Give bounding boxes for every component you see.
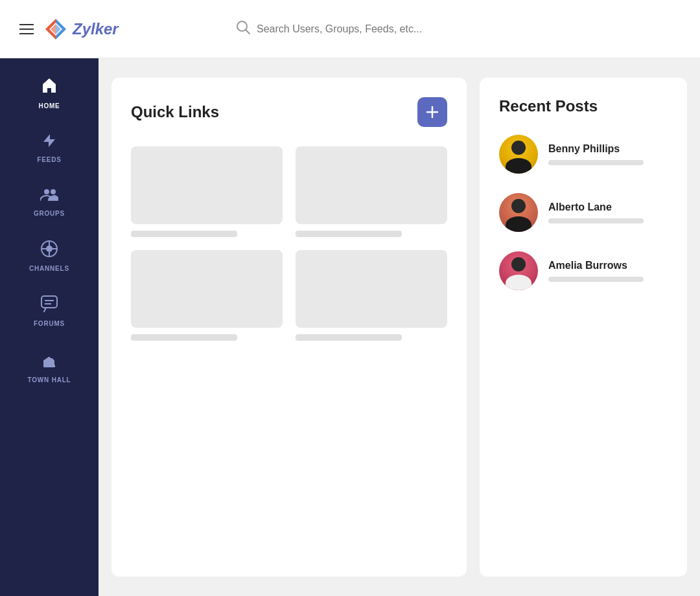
main-content: Quick Links	[99, 58, 700, 596]
sidebar-item-forums[interactable]: FORUMS	[0, 284, 99, 339]
svg-point-10	[51, 189, 56, 194]
avatar-amelia	[499, 251, 538, 290]
svg-line-7	[246, 30, 250, 34]
quick-links-grid	[131, 146, 447, 341]
recent-posts-panel: Recent Posts Benny Phillips	[480, 78, 687, 577]
quick-link-card[interactable]	[131, 146, 283, 237]
post-item-benny[interactable]: Benny Phillips	[499, 135, 668, 174]
post-preview-line	[548, 218, 644, 224]
card-text-line	[296, 334, 402, 341]
groups-icon	[40, 187, 58, 206]
card-text-line	[296, 231, 402, 237]
svg-marker-8	[43, 134, 55, 147]
card-image-placeholder	[296, 146, 447, 224]
home-icon	[40, 76, 58, 98]
avatar-benny	[499, 135, 538, 174]
avatar-alberto	[499, 193, 538, 232]
post-name-alberto: Alberto Lane	[548, 201, 668, 213]
post-preview-line	[548, 277, 644, 282]
sidebar-item-feeds-label: FEEDS	[37, 156, 61, 163]
sidebar-item-channels[interactable]: CHANNELS	[0, 229, 99, 284]
add-quick-link-button[interactable]	[417, 97, 447, 127]
post-info-amelia: Amelia Burrows	[548, 260, 668, 282]
svg-point-12	[46, 246, 52, 252]
post-item-alberto[interactable]: Alberto Lane	[499, 193, 668, 232]
sidebar-item-groups[interactable]: GROUPS	[0, 175, 99, 229]
search-area[interactable]	[236, 20, 464, 38]
sidebar-item-home-label: HOME	[38, 102, 60, 109]
sidebar-item-channels-label: CHANNELS	[29, 265, 69, 272]
sidebar-item-townhall[interactable]: TOWN HALL	[0, 339, 99, 395]
card-image-placeholder	[296, 250, 447, 328]
recent-posts-title: Recent Posts	[499, 97, 668, 115]
card-text-line	[131, 231, 237, 237]
layout: HOME FEEDS GROUPS	[0, 58, 700, 596]
post-info-benny: Benny Phillips	[548, 143, 668, 165]
quick-links-header: Quick Links	[131, 97, 447, 127]
townhall-icon	[41, 350, 58, 372]
post-name-amelia: Amelia Burrows	[548, 260, 668, 271]
post-info-alberto: Alberto Lane	[548, 201, 668, 224]
channels-icon	[41, 240, 58, 261]
search-input[interactable]	[257, 23, 464, 35]
post-item-amelia[interactable]: Amelia Burrows	[499, 251, 668, 290]
plus-icon	[426, 106, 439, 119]
quick-link-card[interactable]	[296, 146, 447, 237]
card-image-placeholder	[131, 250, 283, 328]
sidebar-item-townhall-label: TOWN HALL	[27, 376, 71, 384]
quick-link-card[interactable]	[131, 250, 283, 341]
header-left: Zylker	[19, 17, 119, 41]
sidebar: HOME FEEDS GROUPS	[0, 58, 99, 596]
svg-rect-24	[43, 365, 55, 367]
sidebar-item-feeds[interactable]: FEEDS	[0, 121, 99, 175]
card-image-placeholder	[131, 146, 283, 224]
search-icon	[236, 20, 250, 38]
post-name-benny: Benny Phillips	[548, 143, 668, 155]
hamburger-menu[interactable]	[19, 24, 34, 34]
card-text-line	[131, 334, 237, 341]
feeds-icon	[41, 133, 57, 152]
quick-link-card[interactable]	[296, 250, 447, 341]
logo-icon	[44, 17, 67, 41]
logo-text: Zylker	[73, 20, 119, 38]
svg-point-9	[44, 189, 49, 194]
forums-icon	[41, 295, 58, 316]
quick-links-title: Quick Links	[131, 103, 219, 121]
sidebar-item-home[interactable]: HOME	[0, 65, 99, 121]
quick-links-panel: Quick Links	[111, 78, 467, 577]
sidebar-item-groups-label: GROUPS	[34, 210, 65, 217]
svg-rect-17	[41, 296, 57, 308]
logo-area: Zylker	[44, 17, 119, 41]
header: Zylker	[0, 0, 700, 58]
sidebar-item-forums-label: FORUMS	[34, 320, 65, 327]
post-preview-line	[548, 160, 644, 165]
